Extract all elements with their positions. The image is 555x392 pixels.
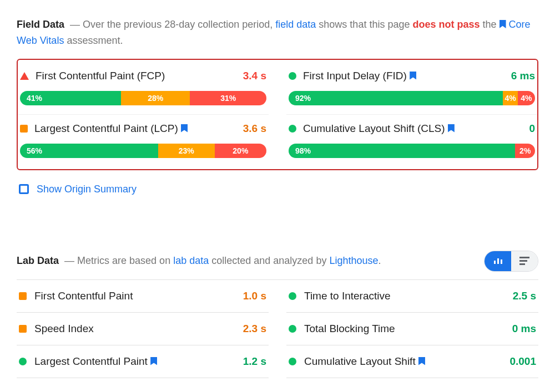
lab-data-header: Lab Data — Metrics are based on lab data… [17,251,538,272]
status-icon [19,358,27,365]
bookmark-icon [418,357,425,365]
metric-value: 6 ms [511,70,535,82]
lab-data-link[interactable]: lab data [173,255,209,266]
lab-metric-value: 0.001 [509,355,536,368]
lighthouse-link[interactable]: Lighthouse [329,255,378,266]
metric-value: 3.6 s [243,123,266,135]
status-icon [289,325,296,333]
segment-needs-improvement: 23% [158,144,215,158]
metric-name: First Input Delay (FID) [303,70,504,82]
status-icon [20,125,28,133]
lab-metric-name: Largest Contentful Paint [34,355,235,368]
segment-needs-improvement: 28% [121,91,190,105]
lab-metric: Time to Interactive2.5 s [286,280,538,313]
metric-name: First Contentful Paint (FCP) [36,70,236,82]
segment-poor: 4% [518,91,535,105]
list-icon [519,257,529,265]
distribution-bar: 41%28%31% [20,91,266,105]
segment-poor: 2% [515,144,535,158]
distribution-bar: 56%23%20% [20,144,266,158]
segment-good: 98% [289,144,515,158]
lab-metric-name: Speed Index [34,323,235,335]
lab-metric-name: Cumulative Layout Shift [304,355,502,368]
distribution-bar: 98%2% [289,144,535,158]
lab-metric-value: 0 ms [512,323,536,335]
segment-needs-improvement: 4% [503,91,518,105]
lab-metric: Total Blocking Time0 ms [286,313,538,345]
bookmark-icon [410,72,416,80]
status-icon [289,292,296,300]
lab-metrics-grid: First Contentful Paint1.0 sTime to Inter… [17,279,538,378]
show-origin-summary-label: Show Origin Summary [37,184,137,195]
assessment-status: does not pass [412,19,480,30]
segment-good: 56% [20,144,158,158]
lab-metric-value: 2.3 s [243,323,266,335]
segment-poor: 31% [190,91,266,105]
metric-value: 3.4 s [243,70,266,82]
field-data-link[interactable]: field data [275,19,316,30]
metric-value: 0 [529,123,535,135]
field-metrics-box: First Contentful Paint (FCP)3.4 s41%28%3… [17,59,538,170]
lab-metric-name: Total Blocking Time [304,323,504,335]
status-icon [289,358,296,365]
status-icon [289,72,296,80]
lab-metric: Speed Index2.3 s [17,313,269,345]
segment-poor: 20% [215,144,266,158]
lab-metric-value: 1.0 s [243,290,266,302]
field-data-desc-1: Over the previous 28-day collection peri… [83,19,273,30]
lab-metric: Largest Contentful Paint 1.2 s [17,345,269,378]
status-icon [289,125,296,133]
checkbox-icon[interactable] [19,184,29,194]
field-metric: First Contentful Paint (FCP)3.4 s41%28%3… [18,62,269,115]
field-data-title: Field Data [17,19,64,30]
field-metric: Largest Contentful Paint (LCP) 3.6 s56%2… [18,115,269,167]
lab-metric: First Contentful Paint1.0 s [17,280,269,313]
status-icon [19,292,27,300]
lab-data-title: Lab Data [17,255,59,266]
view-toggle-chart[interactable] [485,251,511,271]
field-metric: First Input Delay (FID) 6 ms92%4%4% [286,62,537,115]
segment-good: 92% [289,91,503,105]
bookmark-icon [181,124,188,133]
field-data-header: Field Data — Over the previous 28-day co… [17,17,538,49]
lab-metric-name: Time to Interactive [304,290,505,302]
metric-name: Cumulative Layout Shift (CLS) [303,123,522,135]
status-icon [19,325,27,333]
segment-good: 41% [20,91,121,105]
show-origin-summary-row[interactable]: Show Origin Summary [17,178,538,217]
chart-icon [494,258,502,264]
lab-metric: Cumulative Layout Shift 0.001 [286,345,538,378]
lab-metric-value: 2.5 s [513,290,536,302]
bookmark-icon [448,124,455,133]
field-metric: Cumulative Layout Shift (CLS) 098%2% [286,115,537,167]
bookmark-icon [500,20,506,28]
distribution-bar: 92%4%4% [289,91,535,105]
lab-metric-value: 1.2 s [243,355,266,368]
bookmark-icon [150,357,157,365]
view-toggle-list[interactable] [511,251,538,271]
view-toggle[interactable] [484,251,538,272]
lab-metric-name: First Contentful Paint [34,290,235,302]
status-icon [20,72,29,80]
metric-name: Largest Contentful Paint (LCP) [34,123,236,135]
